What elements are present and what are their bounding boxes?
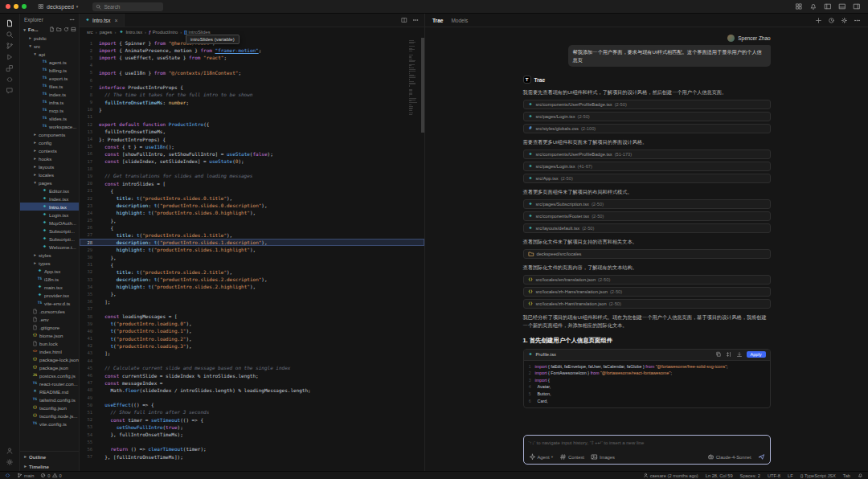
new-file-icon[interactable] bbox=[49, 27, 55, 32]
close-tab-icon[interactable]: × bbox=[114, 18, 117, 23]
file-reference-chip[interactable]: {}src/locales/zh-Hans/translation.json(2… bbox=[523, 287, 771, 297]
tree-folder-public[interactable]: ▸public bbox=[20, 34, 79, 42]
code-line-15[interactable]: 15 const { t } = useI18n(); bbox=[80, 143, 424, 150]
apps-icon[interactable] bbox=[795, 2, 803, 10]
status-item-caesare-2-months-ago-[interactable]: caesare (2 months ago) bbox=[643, 473, 698, 478]
tree-file-tsconfig.json[interactable]: {}tsconfig.json bbox=[20, 403, 79, 411]
tree-file-Index.tsx[interactable]: ◈Index.tsx bbox=[20, 194, 79, 203]
layout-sidebar-left-icon[interactable] bbox=[824, 2, 832, 10]
global-search-input[interactable]: Search bbox=[92, 2, 163, 11]
status-item-spaces-2[interactable]: Spaces: 2 bbox=[740, 473, 760, 478]
tree-file-index.html[interactable]: <>index.html bbox=[20, 347, 79, 355]
tree-folder-src[interactable]: ▾src bbox=[20, 42, 79, 50]
tree-file-package-lock.json[interactable]: {}package-lock.json bbox=[20, 355, 79, 363]
code-line-54[interactable]: 54 }, fullIntroOnsetTimeMs); bbox=[80, 431, 424, 438]
activity-explorer-icon[interactable] bbox=[0, 18, 19, 29]
code-line-14[interactable]: 14}: ProductIntroProps) { bbox=[80, 135, 424, 142]
file-reference-chip[interactable]: ◈src/components/UserProfileBadge.tsx(2-5… bbox=[523, 100, 771, 109]
code-line-25[interactable]: 25 }, bbox=[80, 217, 424, 224]
code-line-17[interactable]: 17 const [slideIndex, setSlideIndex] = u… bbox=[80, 158, 424, 165]
split-editor-icon[interactable] bbox=[401, 17, 407, 23]
code-line-56[interactable]: 56 return () => clearTimeout(timer); bbox=[80, 445, 424, 452]
tree-folder-styles[interactable]: ▸styles bbox=[20, 251, 79, 259]
new-folder-icon[interactable] bbox=[56, 27, 62, 32]
code-line-43[interactable]: 43 ]; bbox=[80, 350, 424, 357]
status-item-tab[interactable]: Tab bbox=[843, 473, 850, 478]
more-icon[interactable] bbox=[69, 17, 75, 23]
code-line-31[interactable]: 31 { bbox=[80, 261, 424, 268]
tree-folder-components[interactable]: ▸components bbox=[20, 130, 79, 138]
tree-file-infra.ts[interactable]: TSinfra.ts bbox=[20, 98, 79, 106]
code-line-55[interactable]: 55 bbox=[80, 438, 424, 445]
tree-folder-types[interactable]: ▸types bbox=[20, 259, 79, 267]
file-reference-chip[interactable]: {}src/locales/en/translation.json(2-50) bbox=[523, 275, 771, 285]
code-line-57[interactable]: 57 }, [fullIntroOnsetTimeMs]); bbox=[80, 453, 424, 461]
code-line-8[interactable]: 8 // The time it takes for the full intr… bbox=[80, 91, 424, 98]
tree-file-vite.config.ts[interactable]: TSvite.config.ts bbox=[20, 420, 79, 428]
code-line-2[interactable]: 2import { AnimatePresence, motion } from… bbox=[80, 47, 424, 54]
status-item-utf-8[interactable]: UTF-8 bbox=[768, 473, 780, 478]
breadcrumb-item-ProductIntro[interactable]: ƒProductIntro bbox=[149, 30, 178, 35]
code-line-23[interactable]: 23 description: t("productIntro.slides.0… bbox=[80, 202, 424, 209]
tree-folder-locales[interactable]: ▸locales bbox=[20, 170, 79, 178]
tree-file-slides.ts[interactable]: TSslides.ts bbox=[20, 114, 79, 122]
activity-remote-icon[interactable] bbox=[0, 74, 19, 85]
diff-icon[interactable] bbox=[726, 351, 732, 358]
code-line-16[interactable]: 16 const [showFullIntro, setShowFullIntr… bbox=[80, 150, 424, 158]
code-line-19[interactable]: 19 // Get translations for slides and lo… bbox=[80, 172, 424, 179]
code-line-30[interactable]: 30 }, bbox=[80, 253, 424, 260]
code-line-47[interactable]: 47 const messageIndex = bbox=[80, 379, 424, 387]
refresh-icon[interactable] bbox=[63, 27, 69, 32]
code-line-26[interactable]: 26 { bbox=[80, 224, 424, 231]
activity-search-icon[interactable] bbox=[0, 29, 19, 40]
code-line-38[interactable]: 38 const loadingMessages = [ bbox=[80, 313, 424, 320]
chat-messages[interactable]: Spencer Zhao 帮我添加一个用户界面，要求与现有UI样式相匹配。这个界… bbox=[425, 27, 868, 432]
chat-input[interactable]: '↑↓' to navigate input history, '⇧+↵' to… bbox=[523, 435, 771, 465]
chat-tab-trae[interactable]: Trae bbox=[432, 18, 443, 23]
more-icon[interactable] bbox=[412, 17, 419, 23]
project-switcher[interactable]: deckspeed ▾ bbox=[38, 3, 78, 10]
tree-folder-layouts[interactable]: ▸layouts bbox=[20, 162, 79, 170]
file-reference-chip[interactable]: ◈src/App.tsx(2-50) bbox=[523, 174, 771, 183]
tree-file-Login.tsx[interactable]: ◈Login.tsx bbox=[20, 211, 79, 219]
tree-file-export.ts[interactable]: TSexport.ts bbox=[20, 74, 79, 82]
code-line-6[interactable]: 6 bbox=[80, 76, 424, 84]
code-line-42[interactable]: 42 t("productIntro.loading.3"), bbox=[80, 342, 424, 350]
status-item[interactable] bbox=[858, 473, 863, 478]
model-selector[interactable]: Claude-4-Sonnet bbox=[707, 453, 751, 461]
minimize-window-button[interactable] bbox=[14, 4, 18, 9]
tree-file-vite-env.d.ts[interactable]: TSvite-env.d.ts bbox=[20, 299, 79, 307]
code-line-7[interactable]: 7interface ProductIntroProps { bbox=[80, 84, 424, 91]
file-reference-chip[interactable]: ◈src/components/UserProfileBadge.tsx(51-… bbox=[523, 149, 771, 159]
code-line-49[interactable]: 49 bbox=[80, 394, 424, 401]
tree-file-package.json[interactable]: {}package.json bbox=[20, 363, 79, 371]
tree-file-postcss.config.js[interactable]: JSpostcss.config.js bbox=[20, 371, 79, 379]
copy-icon[interactable] bbox=[715, 351, 722, 358]
collapse-all-icon[interactable] bbox=[71, 27, 76, 32]
code-line-39[interactable]: 39 t("productIntro.loading.0"), bbox=[80, 320, 424, 327]
code-line-3[interactable]: 3import { useEffect, useState } from "re… bbox=[80, 54, 424, 61]
code-editor[interactable]: 1import { Spinner } from "@heroui/react"… bbox=[80, 37, 424, 471]
tree-file-McpOAuth...[interactable]: ◈McpOAuth... bbox=[20, 219, 79, 227]
tree-file-main.tsx[interactable]: ◈main.tsx bbox=[20, 283, 79, 291]
status-item-lf[interactable]: LF bbox=[788, 473, 793, 478]
editor-scrollbar[interactable] bbox=[421, 38, 424, 471]
settings-icon[interactable] bbox=[841, 17, 848, 24]
history-icon[interactable] bbox=[828, 17, 835, 24]
tree-file-workspace...[interactable]: TSworkspace... bbox=[20, 122, 79, 130]
file-reference-chip[interactable]: ◈src/pages/Login.tsx(41-67) bbox=[523, 162, 771, 171]
send-button[interactable] bbox=[758, 453, 765, 461]
tree-file-Editor.tsx[interactable]: ◈Editor.tsx bbox=[20, 186, 79, 194]
code-line-44[interactable]: 44 bbox=[80, 357, 424, 364]
images-button[interactable]: Images bbox=[591, 453, 615, 461]
code-line-22[interactable]: 22 title: t("productIntro.slides.0.title… bbox=[80, 194, 424, 202]
file-reference-chip[interactable]: deckspeed/src/locales bbox=[523, 249, 771, 259]
workspace-folder-header[interactable]: ▾ Fo... bbox=[20, 25, 79, 34]
remote-indicator[interactable] bbox=[5, 473, 10, 478]
git-branch-indicator[interactable]: main bbox=[17, 473, 34, 478]
tree-file-.env[interactable]: .env bbox=[20, 315, 79, 323]
activity-account-icon[interactable] bbox=[0, 445, 19, 456]
file-reference-chip[interactable]: ◈src/pages/Subscription.tsx(2-50) bbox=[523, 199, 771, 209]
code-line-9[interactable]: 9 fullIntroOnsetTimeMs: number; bbox=[80, 99, 424, 106]
activity-settings-icon[interactable] bbox=[0, 456, 19, 468]
